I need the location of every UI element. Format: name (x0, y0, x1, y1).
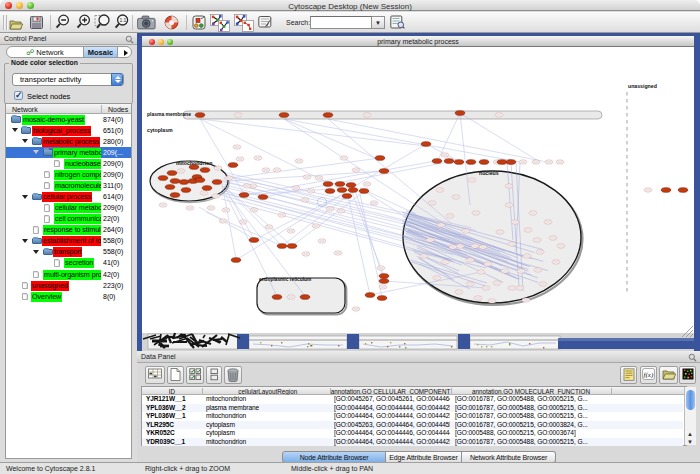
svg-text:nucleus: nucleus (479, 170, 499, 176)
svg-text:cytoplasm: cytoplasm (147, 127, 173, 133)
svg-text:f(x): f(x) (644, 371, 654, 379)
svg-text:endoplasmic reticulum: endoplasmic reticulum (259, 277, 311, 282)
svg-text:mitochondrion: mitochondrion (176, 160, 212, 166)
svg-text:plasma membrane: plasma membrane (147, 111, 191, 117)
svg-text:unassigned: unassigned (628, 83, 657, 89)
